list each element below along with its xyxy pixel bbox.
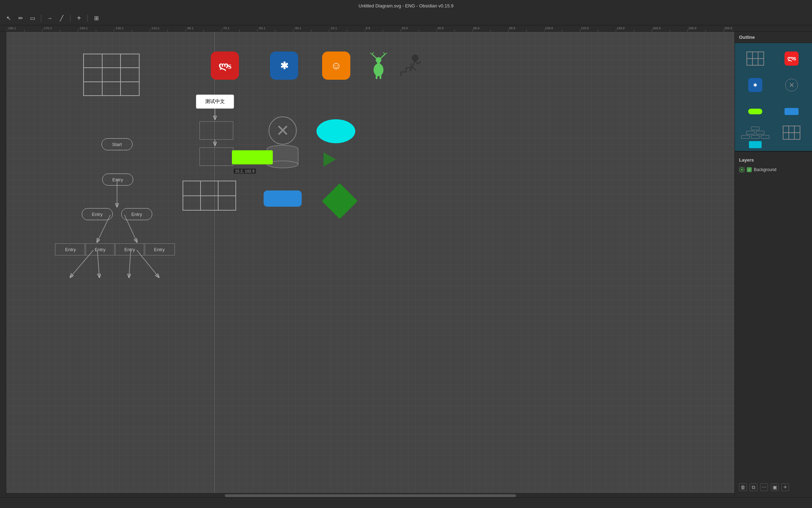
horizontal-scrollbar[interactable] [6,493,734,497]
line-tool[interactable]: ╱ [57,13,67,23]
escalator-icon[interactable] [398,52,426,80]
green-diamond[interactable] [322,183,358,219]
outline-title: Outline [735,32,812,43]
svg-text:-10.1: -10.1 [330,26,337,30]
entry-label-3: Entry [131,212,142,217]
outline-tree-thumb [741,127,769,139]
svg-text:149.9: 149.9 [617,26,625,30]
grid-table-1[interactable] [83,54,140,96]
entry-node-4[interactable]: Entry [55,243,86,255]
outline-item-grid[interactable] [738,46,773,71]
svg-rect-81 [380,75,381,79]
green-rect[interactable] [232,150,273,164]
start-node[interactable]: Start [102,138,133,150]
entry-node-3[interactable]: Entry [121,208,152,220]
title-bar: Untitled Diagram.svg - ENG - Obsidian v0… [0,0,812,11]
outline-item-cyan[interactable] [738,141,773,148]
toolbar-sep-3 [87,15,88,22]
outline-item-tree[interactable] [738,126,773,140]
svg-line-76 [372,52,374,54]
x-icon: ✕ [276,122,290,139]
more-options-button[interactable]: ⋯ [760,483,768,491]
svg-text:-90.1: -90.1 [186,26,194,30]
entry-node-1[interactable]: Entry [102,174,133,186]
arrow-tool[interactable]: → [45,13,55,23]
ruler-horizontal: // Will be rendered via inline script be… [0,25,812,32]
entry-label-4: Entry [65,247,76,252]
outline-item-blue-rect[interactable] [774,99,810,124]
grid-tool[interactable]: ⊞ [91,13,101,23]
grid-cell [183,181,201,196]
outline-item-flow[interactable]: ✕ [774,72,810,97]
rectangle-tool[interactable]: ▭ [27,13,37,23]
svg-text:89.9: 89.9 [509,26,516,30]
svg-text:209.9: 209.9 [724,26,732,30]
svg-line-85 [412,67,416,71]
add-layer-frame-button[interactable]: ▣ [771,483,779,491]
grid-table-2[interactable] [183,181,236,211]
grid-cell [218,196,236,211]
entry-label-2: Entry [92,212,103,217]
layer-check[interactable]: ✓ [747,167,752,172]
layer-name: Background [754,167,776,172]
outline-blue-rect-thumb [785,108,799,115]
layers-action-bar: 🗑 ⧉ ⋯ ▣ + [735,480,812,494]
entry-label-6: Entry [124,247,135,252]
entry-label-5: Entry [95,247,105,252]
svg-point-93 [741,169,743,171]
flow-rect-1[interactable] [199,121,233,140]
svg-line-74 [372,54,377,59]
svg-text:169.9: 169.9 [653,26,661,30]
play-arrow[interactable] [324,152,336,167]
outline-item-grid2[interactable] [774,126,810,140]
grid-cell [201,181,218,196]
svg-line-77 [380,54,385,59]
grid-cell [84,68,102,81]
flow-rect-2[interactable] [199,147,233,166]
lastfm-icon[interactable]: ლs [211,52,239,80]
entry-node-7[interactable]: Entry [144,243,175,255]
svg-text:109.9: 109.9 [545,26,553,30]
outline-item-joomla[interactable]: ✱ [738,72,773,97]
joomla-logo: ✱ [280,60,288,72]
toolbar-sep-1 [41,15,41,22]
delete-layer-button[interactable]: 🗑 [739,483,747,491]
coord-text: 15.2, 102.9 [235,169,254,173]
scroll-thumb-h[interactable] [225,494,516,497]
entry-node-2[interactable]: Entry [82,208,113,220]
odnoklassniki-icon[interactable]: ☺ [322,52,350,80]
grid-cell [102,82,121,96]
outline-joomla-thumb: ✱ [748,78,762,92]
layer-background[interactable]: ✓ Background [739,165,808,174]
bottom-bar [0,497,812,508]
outline-item-lastfm[interactable]: ლs [774,46,810,71]
blue-rect[interactable] [264,190,302,207]
layer-visibility-icon[interactable] [739,167,745,173]
svg-text:29.9: 29.9 [401,26,408,30]
svg-line-86 [415,61,418,64]
cyan-ellipse[interactable] [316,119,355,143]
entry-node-6[interactable]: Entry [114,243,145,255]
canvas[interactable]: ლs ✱ ☺ [6,32,734,497]
outline-item-toggle[interactable] [738,99,773,124]
grid-cell [218,181,236,196]
entry-node-5[interactable]: Entry [85,243,116,255]
outline-flow-thumb: ✕ [785,79,798,91]
text-box-content: 测试中文 [205,98,225,105]
outline-cyan-thumb [749,141,762,148]
pointer-tool[interactable]: ↖ [4,13,13,23]
add-tool[interactable]: + [74,13,84,23]
joomla-icon[interactable]: ✱ [270,52,298,80]
chinese-text-box[interactable]: 测试中文 [196,95,234,109]
pencil-tool[interactable]: ✏ [16,13,25,23]
x-circle-shape[interactable]: ✕ [269,116,297,145]
add-layer-button[interactable]: + [781,483,789,491]
svg-text:9.9: 9.9 [366,26,370,30]
svg-line-79 [383,52,385,54]
deer-icon[interactable] [364,52,393,80]
svg-text:-130.1: -130.1 [115,26,124,30]
grid-cell [121,82,139,96]
duplicate-layer-button[interactable]: ⧉ [750,483,757,491]
ok-logo: ☺ [331,60,342,72]
grid-cell [84,54,102,68]
